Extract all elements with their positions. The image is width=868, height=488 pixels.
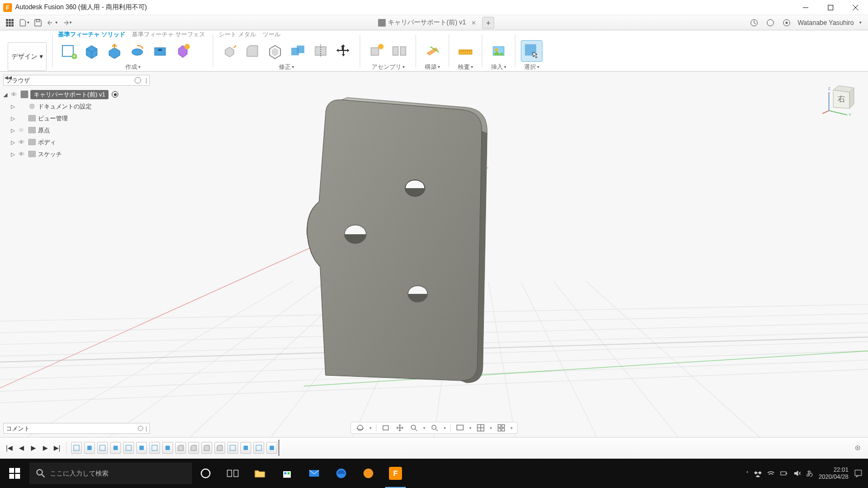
fusion360-taskbar-icon[interactable]: F	[382, 459, 409, 488]
visibility-icon[interactable]: 👁	[11, 91, 18, 98]
save-button[interactable]	[31, 17, 44, 29]
wifi-tray-icon[interactable]	[767, 470, 775, 477]
action-center-icon[interactable]	[854, 469, 863, 478]
timeline-feature[interactable]	[136, 442, 147, 454]
visibility-icon[interactable]: 👁	[18, 127, 26, 133]
tree-item-bodies[interactable]: ▷ 👁 ボディ	[3, 137, 166, 147]
tab-surface[interactable]: 基準フィーチャ サーフェス	[132, 30, 205, 40]
expand-icon[interactable]: ▷	[11, 139, 16, 145]
fillet-button[interactable]	[241, 40, 263, 62]
timeline-feature[interactable]	[71, 442, 82, 454]
timeline-next-button[interactable]: ▶	[40, 443, 50, 453]
model-body[interactable]	[304, 93, 488, 386]
store-taskbar-icon[interactable]	[273, 459, 301, 488]
tree-item-sketches[interactable]: ▷ 👁 スケッチ	[3, 149, 166, 159]
file-explorer-taskbar-icon[interactable]	[246, 459, 273, 488]
timeline-feature[interactable]	[175, 442, 186, 454]
timeline-feature[interactable]	[266, 442, 277, 454]
display-settings-icon[interactable]	[455, 423, 465, 433]
tree-item-origin[interactable]: ▷ 👁 原点	[3, 125, 166, 136]
combine-button[interactable]	[287, 40, 309, 62]
timeline-start-button[interactable]: |◀	[4, 443, 14, 453]
window-close-button[interactable]	[843, 0, 868, 15]
fit-icon[interactable]	[430, 423, 439, 433]
box-button[interactable]	[81, 40, 103, 62]
pan-icon[interactable]	[395, 423, 405, 433]
notifications-icon[interactable]	[765, 17, 776, 28]
comments-panel-header[interactable]: コメント |	[3, 423, 150, 434]
timeline-feature[interactable]	[110, 442, 121, 454]
undo-button[interactable]: ▾	[46, 17, 59, 29]
window-minimize-button[interactable]	[793, 0, 818, 15]
battery-tray-icon[interactable]	[780, 470, 788, 477]
job-status-icon[interactable]	[781, 17, 792, 28]
tree-root[interactable]: ◢ 👁 キャリパーサポート(前) v1	[3, 89, 166, 100]
workspace-switcher[interactable]: デザイン ▾	[8, 42, 47, 71]
expand-icon[interactable]: ▷	[11, 127, 16, 133]
timeline-feature[interactable]	[97, 442, 108, 454]
volume-tray-icon[interactable]	[793, 470, 801, 477]
grid-settings-icon[interactable]	[476, 423, 486, 433]
comments-pin-icon[interactable]	[138, 426, 143, 431]
construct-plane-button[interactable]	[422, 40, 443, 62]
timeline-feature[interactable]	[149, 442, 160, 454]
timeline-feature[interactable]	[123, 442, 134, 454]
extrude-button[interactable]	[104, 40, 125, 62]
orbit-icon[interactable]	[355, 423, 365, 433]
expand-icon[interactable]: ▷	[11, 115, 16, 121]
ime-tray-icon[interactable]: あ	[806, 468, 813, 478]
timeline-feature[interactable]	[84, 442, 95, 454]
timeline-settings-button[interactable]	[853, 443, 863, 453]
expand-icon[interactable]: ▷	[11, 104, 16, 110]
timeline-feature[interactable]	[162, 442, 173, 454]
tree-item-views[interactable]: ▷ ビュー管理	[3, 113, 166, 124]
extensions-icon[interactable]	[749, 17, 760, 28]
revolve-button[interactable]	[126, 40, 148, 62]
start-button[interactable]	[0, 459, 29, 488]
browser-panel-header[interactable]: ◀�inebreaks◀ ブラウザ |	[3, 75, 150, 86]
chat-taskbar-icon[interactable]	[355, 459, 382, 488]
timeline-feature[interactable]	[227, 442, 238, 454]
shell-button[interactable]	[264, 40, 286, 62]
timeline-play-button[interactable]: ▶	[28, 443, 38, 453]
timeline-feature[interactable]	[240, 442, 251, 454]
cortana-button[interactable]	[192, 459, 219, 488]
move-button[interactable]	[333, 40, 354, 62]
clock[interactable]: 22:01 2020/04/28	[819, 466, 848, 480]
expand-icon[interactable]: ▷	[11, 151, 16, 157]
redo-button[interactable]: ▾	[60, 17, 73, 29]
timeline-end-button[interactable]: ▶|	[52, 443, 62, 453]
tab-solid[interactable]: 基準フィーチャ ソリッド	[58, 30, 125, 40]
file-menu-button[interactable]: ▾	[17, 17, 30, 29]
new-sketch-button[interactable]: +	[58, 40, 80, 62]
document-tab-close-button[interactable]: ×	[471, 18, 476, 27]
window-maximize-button[interactable]	[818, 0, 843, 15]
zoom-icon[interactable]	[409, 423, 419, 433]
look-at-icon[interactable]	[381, 423, 391, 433]
data-panel-button[interactable]	[3, 17, 16, 29]
user-name-label[interactable]: Watanabe Yasuhiro	[797, 19, 854, 27]
form-button[interactable]	[172, 40, 194, 62]
browser-pin-icon[interactable]	[135, 77, 141, 84]
tab-tools[interactable]: ツール	[263, 30, 280, 40]
user-menu-dropdown-icon[interactable]: ▾	[859, 20, 861, 25]
timeline-feature[interactable]	[188, 442, 199, 454]
tray-overflow-icon[interactable]: ˄	[746, 471, 749, 477]
insert-button[interactable]	[488, 40, 509, 62]
edge-taskbar-icon[interactable]	[328, 459, 355, 488]
timeline-feature[interactable]	[201, 442, 212, 454]
new-component-button[interactable]	[366, 40, 387, 62]
document-tab[interactable]: キャリパーサポート(前) v1 ×	[374, 18, 480, 27]
task-view-button[interactable]	[219, 459, 246, 488]
dropbox-tray-icon[interactable]	[754, 470, 762, 477]
viewport-layout-icon[interactable]	[496, 423, 506, 433]
measure-button[interactable]	[455, 40, 476, 62]
expand-icon[interactable]: ◢	[3, 92, 9, 98]
viewport[interactable]: 右 Z Y ◀�inebreaks◀ ブラウザ | .browser-bar s…	[0, 72, 868, 437]
timeline-feature[interactable]	[214, 442, 225, 454]
viewcube[interactable]: 右 Z Y	[822, 82, 857, 117]
press-pull-button[interactable]	[219, 40, 240, 62]
select-button[interactable]	[521, 40, 542, 62]
timeline-feature[interactable]	[253, 442, 264, 454]
mail-taskbar-icon[interactable]	[301, 459, 328, 488]
